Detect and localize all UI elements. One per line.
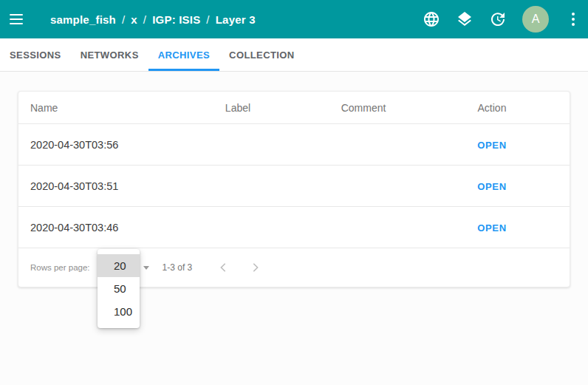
avatar[interactable]: A xyxy=(522,6,549,33)
pagination-bar: Rows per page: 20 1-3 of 3 20 50 100 xyxy=(18,248,570,287)
open-link[interactable]: OPEN xyxy=(477,222,507,234)
breadcrumb-separator: / xyxy=(143,13,146,26)
archive-name: 2020-04-30T03:51 xyxy=(30,180,175,192)
globe-button[interactable] xyxy=(423,10,440,28)
rows-per-page-option-20[interactable]: 20 xyxy=(98,254,140,277)
open-link[interactable]: OPEN xyxy=(477,140,507,151)
open-link[interactable]: OPEN xyxy=(477,181,507,192)
appbar-actions: A xyxy=(423,6,582,33)
tab-networks[interactable]: NETWORKS xyxy=(71,38,148,71)
kebab-menu-button[interactable] xyxy=(564,10,582,28)
rows-per-page-option-50[interactable]: 50 xyxy=(98,277,140,300)
breadcrumb-item-network[interactable]: x xyxy=(131,13,137,26)
tab-bar: SESSIONS NETWORKS ARCHIVES COLLECTION xyxy=(0,38,588,72)
next-page-button[interactable] xyxy=(247,259,264,276)
column-header-action: Action xyxy=(426,102,558,114)
tab-sessions[interactable]: SESSIONS xyxy=(0,38,71,71)
globe-icon xyxy=(423,10,440,28)
update-icon xyxy=(489,10,507,28)
breadcrumb-item-layer[interactable]: Layer 3 xyxy=(216,13,256,26)
breadcrumb: sample_fish / x / IGP: ISIS / Layer 3 xyxy=(50,13,256,26)
layers-icon xyxy=(456,10,474,28)
table-row: 2020-04-30T03:51 OPEN xyxy=(18,166,570,207)
hamburger-menu-button[interactable] xyxy=(7,10,25,28)
app-bar: sample_fish / x / IGP: ISIS / Layer 3 A xyxy=(0,0,588,38)
update-button[interactable] xyxy=(489,10,507,28)
chevron-down-icon xyxy=(143,266,149,270)
chevron-left-icon xyxy=(214,259,232,276)
column-header-label: Label xyxy=(175,102,301,114)
breadcrumb-separator: / xyxy=(206,13,209,26)
archives-table-card: Name Label Comment Action 2020-04-30T03:… xyxy=(18,91,570,287)
tab-collection[interactable]: COLLECTION xyxy=(219,38,304,71)
table-row: 2020-04-30T03:46 OPEN xyxy=(18,207,570,248)
column-header-name: Name xyxy=(30,102,175,114)
breadcrumb-item-igp[interactable]: IGP: ISIS xyxy=(152,13,200,26)
hamburger-icon xyxy=(10,14,23,16)
previous-page-button[interactable] xyxy=(214,259,232,276)
column-header-comment: Comment xyxy=(301,102,426,114)
pagination-range: 1-3 of 3 xyxy=(163,262,193,273)
archive-name: 2020-04-30T03:56 xyxy=(30,139,175,151)
breadcrumb-separator: / xyxy=(122,13,125,26)
tab-archives[interactable]: ARCHIVES xyxy=(148,38,219,71)
rows-per-page-label: Rows per page: xyxy=(30,263,90,272)
table-row: 2020-04-30T03:56 OPEN xyxy=(18,124,570,166)
archive-name: 2020-04-30T03:46 xyxy=(30,222,175,234)
rows-per-page-menu: 20 50 100 xyxy=(98,249,140,328)
kebab-icon xyxy=(572,13,575,16)
rows-per-page-option-100[interactable]: 100 xyxy=(98,300,140,323)
breadcrumb-item-project[interactable]: sample_fish xyxy=(50,13,116,26)
chevron-right-icon xyxy=(247,259,264,276)
layers-button[interactable] xyxy=(456,10,474,28)
table-header-row: Name Label Comment Action xyxy=(18,92,570,124)
